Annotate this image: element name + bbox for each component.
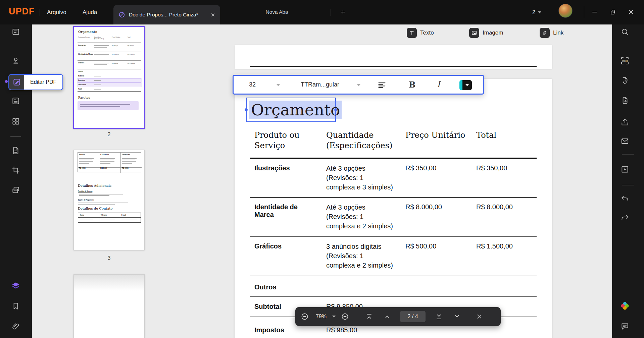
row-name[interactable]: Ilustrações <box>254 164 311 172</box>
insert-image-button[interactable]: Imagem <box>469 28 503 38</box>
convert-tool[interactable] <box>8 143 23 158</box>
export-doc-tool[interactable] <box>617 93 632 108</box>
text-selection-box[interactable]: Orçamento <box>246 98 336 122</box>
email-tool[interactable] <box>617 134 632 149</box>
sidebar-divider <box>10 136 21 137</box>
font-color-picker[interactable] <box>459 80 472 90</box>
paperclip-icon <box>11 322 20 331</box>
summary-name[interactable]: Impostos <box>254 326 284 334</box>
col-header-preco[interactable]: Preço Unitário <box>405 130 473 140</box>
tab-document[interactable]: Doc de Propos... Preto Cinza* <box>113 5 220 24</box>
menu-arquivo[interactable]: Arquivo <box>47 9 66 16</box>
image-icon <box>469 28 479 38</box>
redo-tool[interactable] <box>617 210 632 225</box>
row-total[interactable]: R$ 8.000,00 <box>476 203 513 211</box>
summary-name[interactable]: Outros <box>254 283 277 291</box>
summary-name[interactable]: Subtotal <box>254 303 281 311</box>
stamp-icon <box>11 56 20 65</box>
font-size-select[interactable]: 32 <box>249 81 256 88</box>
first-page-icon[interactable] <box>365 313 373 321</box>
restore-window-icon[interactable] <box>609 8 617 16</box>
avatar[interactable] <box>558 4 573 18</box>
edit-pdf-icon-box <box>9 75 24 90</box>
summary-value[interactable]: R$ 985,00 <box>326 326 357 334</box>
row-desc[interactable]: Até 3 opções (Revisões: 1 complexa e 3 s… <box>326 164 393 192</box>
save-tool[interactable] <box>617 162 632 177</box>
row-unit[interactable]: R$ 8.000,00 <box>405 203 442 211</box>
last-page-icon[interactable] <box>435 313 443 321</box>
zoom-level[interactable]: 79% <box>313 314 329 320</box>
layers-panel-tool[interactable] <box>8 279 23 293</box>
thumbnail-page-3[interactable]: Básico Essencial Premium R$ XXX R$ XXX R… <box>73 150 145 250</box>
bookmarks-tool[interactable] <box>8 299 23 314</box>
attachments-tool[interactable] <box>8 319 23 334</box>
close-tab-icon[interactable] <box>210 12 215 17</box>
thumbnail-page-2[interactable]: Orçamento Produto ou Serviço Quantidade … <box>73 26 145 129</box>
close-window-icon[interactable] <box>627 8 635 16</box>
thumb3-heading: Detalhes de Contato <box>78 207 112 210</box>
edit-pdf-icon <box>12 78 21 87</box>
chevron-down-icon <box>465 84 469 86</box>
row-desc[interactable]: 3 anúncios digitais (Revisões: 1 complex… <box>326 242 393 270</box>
chevron-down-icon[interactable] <box>332 316 336 318</box>
row-desc[interactable]: Até 3 opções (Revisões: 1 complexa e 2 s… <box>326 203 393 231</box>
row-name[interactable]: Identidade de Marca <box>254 203 311 219</box>
insert-text-button[interactable]: Texto <box>407 28 434 38</box>
edit-pdf-tool[interactable]: Editar PDF <box>8 74 63 90</box>
convert-files-tool[interactable] <box>617 73 632 88</box>
zoom-out-icon[interactable] <box>301 313 309 321</box>
page-indicator[interactable]: 2 / 4 <box>400 311 426 322</box>
row-total[interactable]: R$ 350,00 <box>476 164 507 172</box>
thumb2-row: Gráficos <box>78 62 93 64</box>
row-unit[interactable]: R$ 500,00 <box>405 242 436 250</box>
row-total[interactable]: R$ 1.500,00 <box>476 242 513 250</box>
document-icon <box>11 27 20 36</box>
menu-ajuda[interactable]: Ajuda <box>83 9 97 16</box>
font-family-select[interactable]: TTRam...gular <box>301 81 339 88</box>
redo-icon <box>621 213 629 222</box>
new-tab-icon[interactable] <box>340 9 346 15</box>
link-icon <box>540 28 550 38</box>
bold-button[interactable]: B <box>409 80 415 90</box>
previous-page-icon[interactable] <box>383 313 391 321</box>
thumbnail-page-4[interactable] <box>73 274 145 338</box>
chevron-down-icon[interactable] <box>357 84 360 86</box>
comments-tool[interactable] <box>617 319 632 334</box>
chevron-down-icon[interactable] <box>277 84 280 86</box>
ai-assistant-tool[interactable] <box>617 298 632 313</box>
tab-nova-aba[interactable]: Nova Aba <box>258 9 295 15</box>
organize-pages-tool[interactable] <box>8 114 23 129</box>
page-2-can vas[interactable]: Orçamento Produto ou Serviço Quantidade … <box>235 79 552 338</box>
align-text-icon[interactable] <box>377 80 387 90</box>
document-title[interactable]: Orçamento <box>249 99 342 121</box>
next-page-icon[interactable] <box>453 313 461 321</box>
resize-handle-left[interactable] <box>245 108 248 111</box>
row-name[interactable]: Gráficos <box>254 242 311 250</box>
col-header-produto[interactable]: Produto ou Serviço <box>254 130 308 151</box>
row-unit[interactable]: R$ 350,00 <box>405 164 436 172</box>
zoom-in-icon[interactable] <box>341 313 349 321</box>
share-tool[interactable] <box>617 115 632 129</box>
window-count-dropdown[interactable]: 2 <box>532 9 541 15</box>
col-header-quantidade[interactable]: Quantidade (Especificações) <box>326 130 397 151</box>
thumb3-contact-header: Telefone <box>101 214 107 216</box>
reader-tool[interactable] <box>8 24 23 39</box>
page-1-bottom[interactable] <box>235 45 552 69</box>
comment-bubble-icon <box>621 322 629 331</box>
thumb2-row: Descontos <box>78 84 86 86</box>
insert-link-button[interactable]: Link <box>540 28 563 38</box>
ocr-tool[interactable]: OCR <box>617 53 632 68</box>
minimize-icon[interactable] <box>591 8 599 16</box>
form-tool[interactable] <box>8 94 23 108</box>
slideshow-tool[interactable] <box>8 183 23 198</box>
close-toolbar-icon[interactable] <box>476 313 483 320</box>
undo-tool[interactable] <box>617 191 632 206</box>
col-header-total[interactable]: Total <box>476 130 496 140</box>
thumbnail-2-number: 2 <box>73 131 145 137</box>
stamp-tool[interactable] <box>8 53 23 68</box>
crop-tool[interactable] <box>8 163 23 177</box>
italic-button[interactable]: I <box>437 80 440 89</box>
search-tool[interactable] <box>617 24 632 39</box>
sidebar-divider <box>622 185 634 185</box>
thumb2-val: R$ 350,00 <box>112 45 118 47</box>
